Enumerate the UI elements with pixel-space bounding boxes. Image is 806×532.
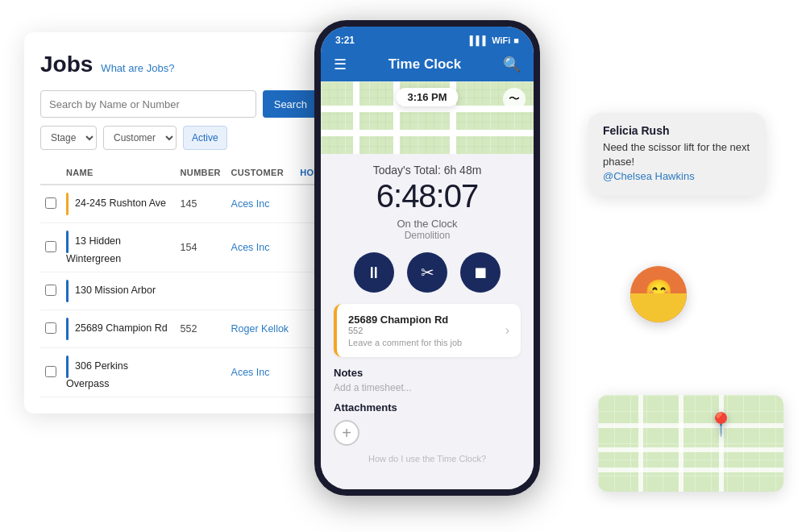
notification-mention[interactable]: @Chelsea Hawkins xyxy=(603,170,695,182)
avatar-vest xyxy=(630,293,687,322)
scissors-button[interactable]: ✂ xyxy=(407,252,447,293)
row-checkbox[interactable] xyxy=(45,241,56,252)
notes-label: Notes xyxy=(334,367,521,379)
status-time: 3:21 xyxy=(335,35,355,46)
map-time-badge: 3:16 PM xyxy=(396,88,458,106)
notes-placeholder[interactable]: Add a timesheet... xyxy=(334,382,521,393)
clock-time: 6:48:07 xyxy=(334,178,521,214)
phone-nav-title: Time Clock xyxy=(388,56,461,73)
row-checkbox[interactable] xyxy=(45,366,56,377)
row-number: 552 xyxy=(176,310,226,348)
phone-nav: ☰ Time Clock 🔍 xyxy=(321,49,534,81)
row-number: 154 xyxy=(176,223,226,272)
menu-icon[interactable]: ☰ xyxy=(334,56,347,73)
on-the-clock-label: On the Clock xyxy=(334,218,521,230)
map-pin-icon: 📍 xyxy=(707,411,735,438)
row-number xyxy=(176,348,226,397)
notification-message: Need the scissor lift for the next phase… xyxy=(603,140,751,185)
job-comment: Leave a comment for this job xyxy=(348,338,462,347)
todays-total: Today's Total: 6h 48m xyxy=(334,164,521,177)
stop-button[interactable]: ⏹ xyxy=(460,252,501,293)
job-card-info: 25689 Champion Rd 552 Leave a comment fo… xyxy=(348,314,462,347)
stage-filter[interactable]: Stage xyxy=(40,126,97,150)
attachments-section: Attachments + xyxy=(334,401,521,446)
phone-body: Today's Total: 6h 48m 6:48:07 On the Clo… xyxy=(321,154,534,489)
battery-icon: ■ xyxy=(513,35,519,45)
clock-controls: ⏸ ✂ ⏹ xyxy=(334,252,521,293)
row-name: 13 Hidden Wintergreen xyxy=(61,223,176,272)
pause-button[interactable]: ⏸ xyxy=(354,252,394,293)
status-icons: ▌▌▌ WiFi ■ xyxy=(470,35,519,45)
row-name: 24-245 Rushton Ave xyxy=(61,185,176,223)
row-checkbox[interactable] xyxy=(45,197,56,209)
phone-help[interactable]: How do I use the Time Clock? xyxy=(334,454,521,472)
notification-bubble: Felicia Rush Need the scissor lift for t… xyxy=(588,113,766,196)
job-chevron-icon: › xyxy=(505,323,509,338)
job-number: 552 xyxy=(348,326,462,335)
row-checkbox[interactable] xyxy=(45,322,56,334)
jobs-link[interactable]: What are Jobs? xyxy=(101,62,174,74)
col-name: NAME xyxy=(61,163,176,185)
row-checkbox[interactable] xyxy=(45,285,56,296)
row-name: 130 Mission Arbor xyxy=(61,272,176,310)
notes-section: Notes Add a timesheet... xyxy=(334,367,521,393)
row-customer xyxy=(226,272,295,310)
phone-frame: 3:21 ▌▌▌ WiFi ■ ☰ Time Clock 🔍 xyxy=(314,20,540,496)
phase-label: Demolition xyxy=(334,230,521,241)
row-number: 145 xyxy=(176,185,226,223)
attachments-label: Attachments xyxy=(334,401,521,414)
signal-icon: ▌▌▌ xyxy=(470,35,488,45)
row-number xyxy=(176,272,226,310)
wifi-icon: WiFi xyxy=(492,35,510,45)
col-customer: CUSTOMER xyxy=(226,163,295,185)
search-icon[interactable]: 🔍 xyxy=(503,56,521,73)
row-customer: Aces Inc xyxy=(226,185,295,223)
phone: 3:21 ▌▌▌ WiFi ■ ☰ Time Clock 🔍 xyxy=(314,20,540,496)
row-name: 306 Perkins Overpass xyxy=(61,348,176,397)
row-customer: Aces Inc xyxy=(226,223,295,272)
job-address: 25689 Champion Rd xyxy=(348,314,462,326)
row-customer: Roger Kellok xyxy=(226,310,295,348)
active-badge[interactable]: Active xyxy=(183,126,227,150)
map-card: 📍 xyxy=(598,395,783,492)
add-attachment-button[interactable]: + xyxy=(334,420,359,446)
trend-button[interactable]: 〜 xyxy=(503,88,526,110)
search-button[interactable]: Search xyxy=(263,90,318,118)
job-card[interactable]: 25689 Champion Rd 552 Leave a comment fo… xyxy=(334,304,521,357)
col-number: NUMBER xyxy=(176,163,226,185)
search-input[interactable] xyxy=(40,90,256,118)
row-customer: Aces Inc xyxy=(226,348,295,397)
customer-filter[interactable]: Customer xyxy=(103,126,177,150)
phone-map: 3:16 PM 〜 xyxy=(321,81,534,154)
phone-inner: 3:21 ▌▌▌ WiFi ■ ☰ Time Clock 🔍 xyxy=(321,27,534,489)
row-name: 25689 Champion Rd xyxy=(61,310,176,348)
jobs-title: Jobs xyxy=(40,52,93,77)
status-bar: 3:21 ▌▌▌ WiFi ■ xyxy=(321,27,534,49)
avatar: 😊 xyxy=(630,266,687,322)
notification-sender: Felicia Rush xyxy=(603,124,751,137)
